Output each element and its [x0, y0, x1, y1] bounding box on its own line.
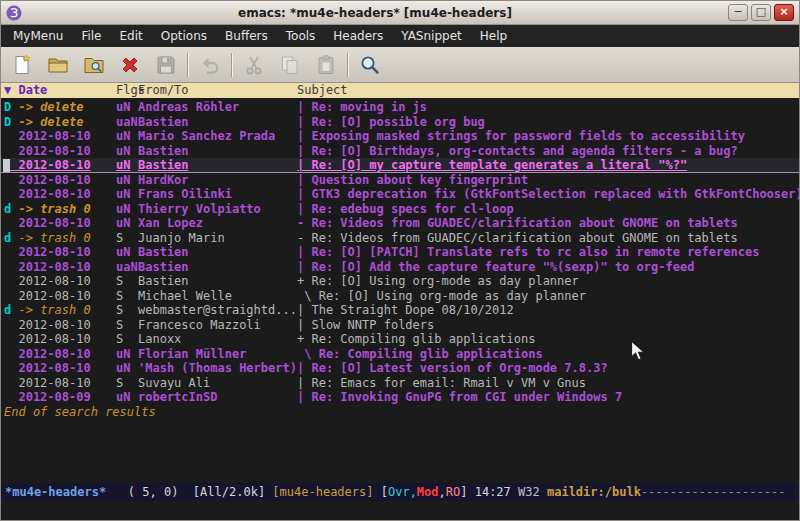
message-date: 2012-08-10	[4, 361, 91, 375]
message-subject: | Re: edebug specs for cl-loop	[297, 202, 799, 217]
cut-icon	[243, 54, 265, 76]
open-file-icon	[47, 54, 69, 76]
menu-tools[interactable]: Tools	[277, 25, 325, 47]
modeline-segment: [mu4e-headers]	[272, 485, 380, 499]
message-row[interactable]: 2012-08-10uNFrans Oilinki| GTK3 deprecat…	[1, 187, 799, 202]
message-row[interactable]: 2012-08-10uNMario Sanchez Prada| Exposin…	[1, 129, 799, 144]
message-from: HardKor	[138, 173, 297, 188]
toolbar-cut-button[interactable]	[239, 50, 269, 80]
column-header-date[interactable]: ▼ Date	[4, 83, 116, 98]
message-subject: \ Re: [O] Using org-mode as day planner	[297, 289, 799, 304]
message-subject: | The Straight Dope 08/10/2012	[297, 303, 799, 318]
message-from: Juanjo Marin	[138, 231, 297, 246]
message-date-cell: 2012-08-10	[4, 347, 116, 362]
message-row[interactable]: 2012-08-10uNHardKor| Question about key …	[1, 173, 799, 188]
message-row[interactable]: d -> trash 0Swebmaster@straightd...| The…	[1, 303, 799, 318]
message-row[interactable]: 2012-08-10SLanoxx+ Re: Compiling glib ap…	[1, 332, 799, 347]
copy-icon	[279, 54, 301, 76]
search-icon	[359, 54, 381, 76]
menu-edit[interactable]: Edit	[111, 25, 152, 47]
message-date-cell: 2012-08-10	[4, 376, 116, 391]
message-row[interactable]: d -> trash 0SJuanjo Marin- Re: Videos fr…	[1, 231, 799, 246]
menu-options[interactable]: Options	[152, 25, 216, 47]
column-header-subject[interactable]: Subject	[297, 83, 799, 98]
echo-area[interactable]	[1, 501, 799, 520]
message-subject: | Re: moving in js	[297, 100, 799, 115]
toolbar-dired-button[interactable]	[79, 50, 109, 80]
toolbar-kill-buffer-button[interactable]	[115, 50, 145, 80]
window-title: emacs: *mu4e-headers* [mu4e-headers]	[28, 6, 722, 20]
column-header-flags[interactable]: Flgs	[116, 83, 138, 98]
modeline-segment: Ovr,	[388, 485, 417, 499]
tool-bar	[1, 47, 799, 83]
message-row[interactable]: 2012-08-09uNrobertcInSD| Re: Invoking Gn…	[1, 390, 799, 405]
message-date-cell: 2012-08-10	[4, 144, 116, 159]
toolbar-search-button[interactable]	[355, 50, 385, 80]
column-header-from[interactable]: From/To	[138, 83, 297, 98]
message-from: Michael Welle	[138, 289, 297, 304]
end-of-search-results: End of search results	[1, 405, 799, 420]
message-row[interactable]: 2012-08-10SFrancesco Mazzoli| Slow NNTP …	[1, 318, 799, 333]
toolbar-paste-button[interactable]	[311, 50, 341, 80]
message-date-cell: 2012-08-10	[4, 216, 116, 231]
window-titlebar[interactable]: emacs: *mu4e-headers* [mu4e-headers] − □…	[1, 1, 799, 25]
message-row[interactable]: 2012-08-10uNFlorian Müllner \ Re: Compil…	[1, 347, 799, 362]
message-date: 2012-08-09	[4, 390, 91, 404]
toolbar-save-buffer-button[interactable]	[151, 50, 181, 80]
message-row[interactable]: 2012-08-10uNBastien| Re: [O] my capture …	[1, 158, 799, 173]
message-row[interactable]: 2012-08-10SBastien+ Re: [O] Using org-mo…	[1, 274, 799, 289]
window-controls: − □ ×	[728, 4, 794, 21]
message-row[interactable]: d -> trash 0uNThierry Volpiatto| Re: ede…	[1, 202, 799, 217]
message-date-cell: D -> delete	[4, 100, 116, 115]
menu-yasnippet[interactable]: YASnippet	[392, 25, 471, 47]
modeline-segment: [All/2.0k]	[193, 485, 272, 499]
message-date: 2012-08-10	[4, 318, 91, 332]
menu-headers[interactable]: Headers	[324, 25, 392, 47]
message-flags: uaN	[116, 260, 138, 275]
message-row[interactable]: 2012-08-10SMichael Welle \ Re: [O] Using…	[1, 289, 799, 304]
message-date: 2012-08-10	[4, 129, 91, 143]
paste-icon	[315, 54, 337, 76]
message-from: 'Mash (Thomas Herbert)	[138, 361, 297, 376]
maximize-button[interactable]: □	[751, 4, 771, 21]
close-button[interactable]: ×	[774, 4, 794, 21]
message-subject: - Re: Videos from GUADEC/clarification a…	[297, 216, 799, 231]
menu-file[interactable]: File	[72, 25, 110, 47]
message-date: 2012-08-10	[4, 289, 91, 303]
message-from: Bastien	[138, 158, 297, 173]
message-from: Thierry Volpiatto	[138, 202, 297, 217]
modeline-segment: *mu4e-headers*	[5, 485, 106, 499]
message-row[interactable]: 2012-08-10uNBastien| Re: [O] [PATCH] Tra…	[1, 245, 799, 260]
menu-buffers[interactable]: Buffers	[216, 25, 277, 47]
message-row[interactable]: D -> deleteuNAndreas Röhler| Re: moving …	[1, 100, 799, 115]
message-date-cell: 2012-08-09	[4, 390, 116, 405]
message-row[interactable]: 2012-08-10SSuvayu Ali| Re: Emacs for ema…	[1, 376, 799, 391]
toolbar-separator	[187, 53, 189, 77]
message-row[interactable]: D -> deleteuaNBastien| Re: [O] possible …	[1, 115, 799, 130]
message-date-cell: 2012-08-10	[4, 245, 116, 260]
message-flags: uN	[116, 202, 138, 217]
message-row[interactable]: 2012-08-10uNBastien| Re: [O] Birthdays, …	[1, 144, 799, 159]
message-row[interactable]: 2012-08-10uNXan Lopez- Re: Videos from G…	[1, 216, 799, 231]
pending-action: -> trash 0	[11, 202, 90, 216]
message-row[interactable]: 2012-08-10uN'Mash (Thomas Herbert)| Re: …	[1, 361, 799, 376]
modeline-segment: Mod	[417, 485, 439, 499]
message-date: 2012-08-10	[4, 173, 91, 187]
minimize-button[interactable]: −	[728, 4, 748, 21]
message-date-cell: d -> trash 0	[4, 202, 116, 217]
message-date-cell: 2012-08-10	[4, 318, 116, 333]
message-subject: | Re: [O] possible org bug	[297, 115, 799, 130]
toolbar-open-file-button[interactable]	[43, 50, 73, 80]
toolbar-undo-button[interactable]	[195, 50, 225, 80]
pending-action: -> trash 0	[11, 231, 90, 245]
message-flags: uaN	[116, 115, 138, 130]
toolbar-copy-button[interactable]	[275, 50, 305, 80]
toolbar-new-file-button[interactable]	[7, 50, 37, 80]
pending-action: -> delete	[11, 100, 83, 114]
message-flags: S	[116, 318, 138, 333]
menu-mymenu[interactable]: MyMenu	[4, 25, 72, 47]
message-date: 2012-08-10	[4, 347, 91, 361]
message-subject: | Re: [O] Add the capture feature "%(sex…	[297, 260, 799, 275]
menu-help[interactable]: Help	[471, 25, 516, 47]
message-row[interactable]: 2012-08-10uaNBastien| Re: [O] Add the ca…	[1, 260, 799, 275]
